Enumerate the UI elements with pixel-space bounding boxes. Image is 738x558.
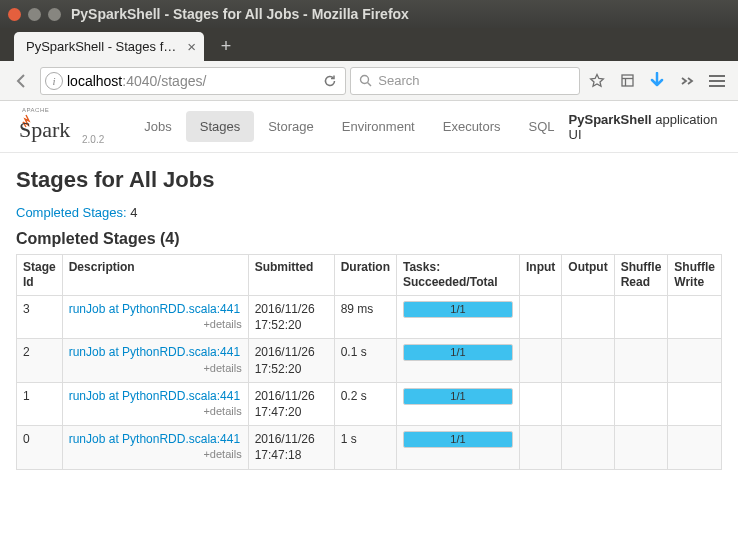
cell-stage-id: 0 [17, 426, 63, 469]
cell-shuffle-read [614, 382, 668, 425]
cell-submitted: 2016/11/26 17:47:20 [248, 382, 334, 425]
stage-description-link[interactable]: runJob at PythonRDD.scala:441 [69, 345, 240, 359]
col-input[interactable]: Input [520, 255, 562, 296]
spark-version: 2.0.2 [82, 134, 104, 145]
task-progress-text: 1/1 [404, 432, 512, 447]
reload-icon[interactable] [319, 74, 341, 88]
url-field[interactable]: i localhost:4040/stages/ [40, 67, 346, 95]
tab-stages[interactable]: Stages [186, 111, 254, 142]
spark-logo[interactable]: APACHE Spark 2.0.2 [16, 109, 104, 145]
cell-duration: 1 s [334, 426, 396, 469]
task-progress-text: 1/1 [404, 302, 512, 317]
cell-input [520, 382, 562, 425]
url-port: :4040 [122, 73, 157, 89]
task-progress-bar: 1/1 [403, 431, 513, 448]
tab-close-icon[interactable]: × [187, 38, 196, 55]
new-tab-button[interactable]: + [214, 34, 238, 58]
cell-tasks: 1/1 [397, 426, 520, 469]
svg-point-0 [361, 76, 369, 84]
stage-description-link[interactable]: runJob at PythonRDD.scala:441 [69, 389, 240, 403]
page-content: Stages for All Jobs Completed Stages: 4 … [0, 153, 738, 484]
browser-tabstrip: PySparkShell - Stages f… × + [0, 28, 738, 61]
task-progress-text: 1/1 [404, 345, 512, 360]
url-path: /stages/ [157, 73, 206, 89]
window-maximize-button[interactable] [48, 8, 61, 21]
cell-shuffle-read [614, 339, 668, 382]
stage-description-link[interactable]: runJob at PythonRDD.scala:441 [69, 432, 240, 446]
tab-sql[interactable]: SQL [515, 111, 569, 142]
browser-toolbar: i localhost:4040/stages/ Search [0, 61, 738, 101]
tab-environment[interactable]: Environment [328, 111, 429, 142]
menu-button[interactable] [704, 68, 730, 94]
svg-line-1 [368, 83, 372, 87]
task-progress-text: 1/1 [404, 389, 512, 404]
browser-tab[interactable]: PySparkShell - Stages f… × [14, 32, 204, 61]
window-close-button[interactable] [8, 8, 21, 21]
spark-logo-mark: APACHE Spark [16, 109, 76, 143]
cell-duration: 0.1 s [334, 339, 396, 382]
url-host: localhost [67, 73, 122, 89]
cell-description: runJob at PythonRDD.scala:441+details [62, 339, 248, 382]
back-button[interactable] [8, 67, 36, 95]
task-progress-bar: 1/1 [403, 388, 513, 405]
cell-input [520, 296, 562, 339]
details-toggle[interactable]: +details [203, 447, 241, 462]
cell-shuffle-read [614, 426, 668, 469]
section-title: Completed Stages (4) [16, 230, 722, 248]
stage-description-link[interactable]: runJob at PythonRDD.scala:441 [69, 302, 240, 316]
col-shuffle-read[interactable]: Shuffle Read [614, 255, 668, 296]
cell-input [520, 426, 562, 469]
tab-storage[interactable]: Storage [254, 111, 328, 142]
cell-duration: 0.2 s [334, 382, 396, 425]
cell-description: runJob at PythonRDD.scala:441+details [62, 382, 248, 425]
cell-duration: 89 ms [334, 296, 396, 339]
cell-shuffle-write [668, 296, 722, 339]
summary-line: Completed Stages: 4 [16, 205, 722, 220]
browser-tab-label: PySparkShell - Stages f… [26, 39, 181, 54]
overflow-icon[interactable] [674, 68, 700, 94]
cell-shuffle-write [668, 426, 722, 469]
window-minimize-button[interactable] [28, 8, 41, 21]
app-name: PySparkShell [569, 112, 652, 127]
task-progress-bar: 1/1 [403, 344, 513, 361]
stages-table: Stage Id Description Submitted Duration … [16, 254, 722, 470]
col-shuffle-write[interactable]: Shuffle Write [668, 255, 722, 296]
cell-stage-id: 1 [17, 382, 63, 425]
search-placeholder: Search [378, 73, 419, 88]
col-description[interactable]: Description [62, 255, 248, 296]
search-field[interactable]: Search [350, 67, 580, 95]
details-toggle[interactable]: +details [203, 317, 241, 332]
col-duration[interactable]: Duration [334, 255, 396, 296]
col-output[interactable]: Output [562, 255, 614, 296]
site-info-icon[interactable]: i [45, 72, 63, 90]
table-row: 3runJob at PythonRDD.scala:441+details20… [17, 296, 722, 339]
details-toggle[interactable]: +details [203, 361, 241, 376]
tab-jobs[interactable]: Jobs [130, 111, 185, 142]
cell-submitted: 2016/11/26 17:52:20 [248, 296, 334, 339]
cell-shuffle-read [614, 296, 668, 339]
logo-wordmark: Spark [19, 117, 70, 142]
table-row: 1runJob at PythonRDD.scala:441+details20… [17, 382, 722, 425]
col-submitted[interactable]: Submitted [248, 255, 334, 296]
cell-tasks: 1/1 [397, 382, 520, 425]
spark-navbar: APACHE Spark 2.0.2 Jobs Stages Storage E… [0, 101, 738, 153]
bookmark-star-icon[interactable] [584, 68, 610, 94]
cell-shuffle-write [668, 382, 722, 425]
library-icon[interactable] [614, 68, 640, 94]
table-header-row: Stage Id Description Submitted Duration … [17, 255, 722, 296]
window-title: PySparkShell - Stages for All Jobs - Moz… [71, 6, 409, 22]
reload-arrow-icon [323, 74, 337, 88]
url-text: localhost:4040/stages/ [67, 73, 319, 89]
page-title: Stages for All Jobs [16, 167, 722, 193]
completed-stages-link[interactable]: Completed Stages: [16, 205, 127, 220]
downloads-icon[interactable] [644, 68, 670, 94]
col-tasks[interactable]: Tasks: Succeeded/Total [397, 255, 520, 296]
cell-output [562, 339, 614, 382]
cell-output [562, 382, 614, 425]
col-stage-id[interactable]: Stage Id [17, 255, 63, 296]
details-toggle[interactable]: +details [203, 404, 241, 419]
tab-executors[interactable]: Executors [429, 111, 515, 142]
cell-description: runJob at PythonRDD.scala:441+details [62, 296, 248, 339]
table-row: 2runJob at PythonRDD.scala:441+details20… [17, 339, 722, 382]
search-icon [359, 74, 372, 87]
